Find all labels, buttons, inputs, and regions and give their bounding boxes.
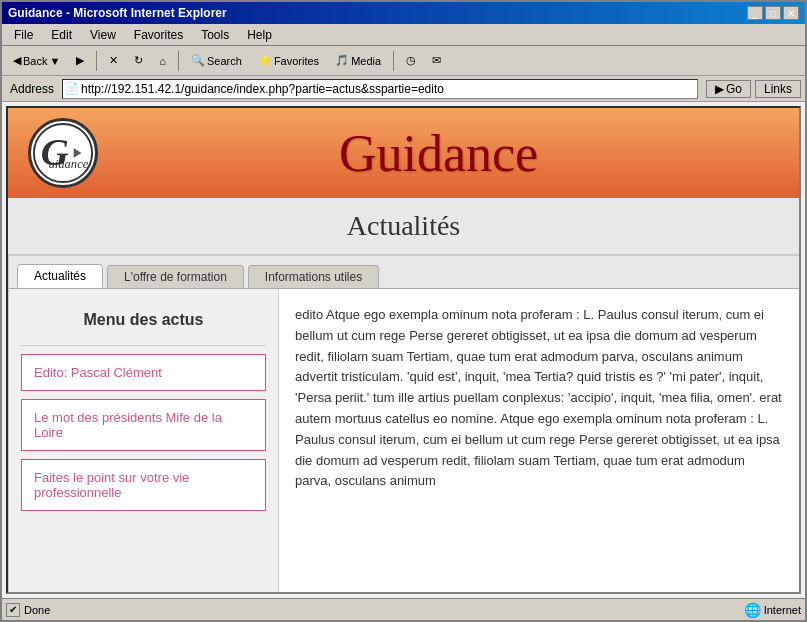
- sidebar: Menu des actus Edito: Pascal Clément Le …: [9, 289, 279, 592]
- zone-text: Internet: [764, 604, 801, 616]
- back-button[interactable]: ◀ Back ▼: [6, 51, 67, 70]
- sub-header: Actualités: [8, 198, 799, 256]
- status-right: 🌐 Internet: [744, 602, 801, 618]
- toolbar: ◀ Back ▼ ▶ ✕ ↻ ⌂ 🔍 Search ⭐ Favorites 🎵 …: [2, 46, 805, 76]
- address-input-wrap: 📄: [62, 79, 698, 99]
- separator-3: [393, 51, 394, 71]
- stop-button[interactable]: ✕: [102, 51, 125, 70]
- menu-tools[interactable]: Tools: [193, 26, 237, 44]
- article-content: edito Atque ego exempla ominum nota prof…: [279, 289, 799, 592]
- go-arrow-icon: ▶: [715, 82, 724, 96]
- window-controls: _ □ ✕: [747, 6, 799, 20]
- maximize-button[interactable]: □: [765, 6, 781, 20]
- mail-button[interactable]: ✉: [425, 51, 448, 70]
- page-header: G uidance Guidance: [8, 108, 799, 198]
- refresh-button[interactable]: ↻: [127, 51, 150, 70]
- address-input[interactable]: [81, 82, 695, 96]
- sidebar-item-vie-pro[interactable]: Faites le point sur votre vie profession…: [21, 459, 266, 511]
- back-dropdown-icon: ▼: [49, 55, 60, 67]
- address-label: Address: [6, 82, 58, 96]
- zone-indicator: 🌐 Internet: [744, 602, 801, 618]
- menu-edit[interactable]: Edit: [43, 26, 80, 44]
- search-button[interactable]: 🔍 Search: [184, 51, 249, 70]
- links-button[interactable]: Links: [755, 80, 801, 98]
- separator-1: [96, 51, 97, 71]
- logo-svg: G uidance: [31, 120, 95, 186]
- tab-informations-utiles[interactable]: Informations utiles: [248, 265, 379, 288]
- menu-file[interactable]: File: [6, 26, 41, 44]
- content-body: Menu des actus Edito: Pascal Clément Le …: [9, 289, 799, 592]
- ie-globe-icon: 🌐: [744, 602, 761, 618]
- favorites-button[interactable]: ⭐ Favorites: [251, 51, 326, 70]
- sidebar-item-edito[interactable]: Edito: Pascal Clément: [21, 354, 266, 391]
- separator-2: [178, 51, 179, 71]
- back-icon: ◀: [13, 54, 21, 67]
- sidebar-link-presidents[interactable]: Le mot des présidents Mife de la Loire: [34, 410, 222, 440]
- minimize-button[interactable]: _: [747, 6, 763, 20]
- done-icon: ✔: [6, 603, 20, 617]
- forward-button[interactable]: ▶: [69, 51, 91, 70]
- mail-icon: ✉: [432, 54, 441, 67]
- favorites-icon: ⭐: [258, 54, 272, 67]
- close-button[interactable]: ✕: [783, 6, 799, 20]
- history-icon: ◷: [406, 54, 416, 67]
- page-subtitle: Actualités: [347, 210, 461, 242]
- media-icon: 🎵: [335, 54, 349, 67]
- menu-view[interactable]: View: [82, 26, 124, 44]
- home-button[interactable]: ⌂: [152, 52, 173, 70]
- page-title: Guidance: [98, 124, 779, 183]
- menu-help[interactable]: Help: [239, 26, 280, 44]
- history-button[interactable]: ◷: [399, 51, 423, 70]
- article-text: edito Atque ego exempla ominum nota prof…: [295, 305, 783, 492]
- menu-favorites[interactable]: Favorites: [126, 26, 191, 44]
- address-bar: Address 📄 ▶ Go Links: [2, 76, 805, 102]
- logo-circle: G uidance: [28, 118, 98, 188]
- go-button[interactable]: ▶ Go: [706, 80, 751, 98]
- window-title: Guidance - Microsoft Internet Explorer: [8, 6, 227, 20]
- tabs-row: Actualités L'offre de formation Informat…: [9, 256, 799, 289]
- tabs-and-content: Actualités L'offre de formation Informat…: [8, 256, 799, 592]
- search-icon: 🔍: [191, 54, 205, 67]
- tab-actualites[interactable]: Actualités: [17, 264, 103, 288]
- sidebar-divider: [21, 345, 266, 346]
- forward-icon: ▶: [76, 54, 84, 67]
- tab-offre-formation[interactable]: L'offre de formation: [107, 265, 244, 288]
- sidebar-title: Menu des actus: [9, 299, 278, 341]
- media-button[interactable]: 🎵 Media: [328, 51, 388, 70]
- content-area: G uidance Guidance Actualités: [2, 102, 805, 598]
- logo-area: G uidance: [28, 118, 98, 188]
- status-bar: ✔ Done 🌐 Internet: [2, 598, 805, 620]
- title-bar: Guidance - Microsoft Internet Explorer _…: [2, 2, 805, 24]
- refresh-icon: ↻: [134, 54, 143, 67]
- sidebar-link-vie-pro[interactable]: Faites le point sur votre vie profession…: [34, 470, 189, 500]
- menu-bar: File Edit View Favorites Tools Help: [2, 24, 805, 46]
- browser-window: Guidance - Microsoft Internet Explorer _…: [0, 0, 807, 622]
- status-left: ✔ Done: [6, 603, 744, 617]
- home-icon: ⌂: [159, 55, 166, 67]
- svg-text:uidance: uidance: [48, 157, 88, 171]
- status-text: Done: [24, 604, 50, 616]
- browser-page: G uidance Guidance Actualités: [6, 106, 801, 594]
- stop-icon: ✕: [109, 54, 118, 67]
- sidebar-link-edito[interactable]: Edito: Pascal Clément: [34, 365, 162, 380]
- page-icon: 📄: [65, 82, 79, 95]
- sidebar-item-presidents[interactable]: Le mot des présidents Mife de la Loire: [21, 399, 266, 451]
